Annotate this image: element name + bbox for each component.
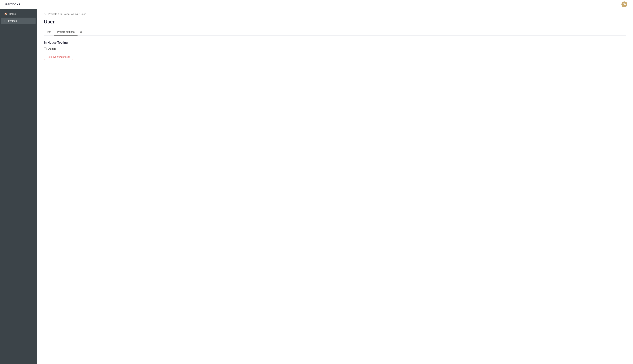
sidebar: 🏠 Home ◫ Projects	[0, 9, 37, 364]
gear-icon[interactable]: ⚙	[78, 28, 84, 35]
home-icon: 🏠	[4, 12, 7, 16]
page-title: User	[44, 19, 626, 25]
top-header: userdocks JD ▾	[0, 0, 633, 9]
user-avatar[interactable]: JD	[621, 2, 627, 7]
breadcrumb-sep-2: /	[58, 13, 59, 16]
breadcrumb-projects[interactable]: Projects	[48, 13, 57, 16]
breadcrumb-home-icon[interactable]: ⌂	[44, 12, 46, 16]
section-title: In-House Tooling	[44, 41, 626, 44]
breadcrumb-sep-1: /	[47, 13, 47, 16]
admin-label: Admin	[48, 47, 56, 50]
tab-project-settings[interactable]: Project settings	[54, 28, 78, 36]
app-title: userdocks	[4, 2, 20, 6]
main-layout: 🏠 Home ◫ Projects ⌂ / Projects / In-Hous…	[0, 9, 633, 364]
content-area: ⌂ / Projects / In-House Tooling / User U…	[37, 9, 633, 364]
tabs: Info Project settings ⚙	[44, 28, 626, 36]
header-right: JD ▾	[621, 2, 629, 7]
tab-info[interactable]: Info	[44, 28, 54, 36]
project-settings-section: In-House Tooling Admin Remove from proje…	[44, 41, 626, 60]
sidebar-item-projects[interactable]: ◫ Projects	[1, 18, 36, 24]
projects-icon: ◫	[4, 20, 7, 22]
sidebar-item-projects-label: Projects	[8, 20, 18, 22]
chevron-down-icon[interactable]: ▾	[628, 3, 629, 5]
admin-checkbox[interactable]	[44, 48, 47, 50]
breadcrumb-current: User	[81, 13, 86, 16]
breadcrumb: ⌂ / Projects / In-House Tooling / User	[44, 12, 626, 16]
sidebar-item-home-label: Home	[9, 12, 16, 16]
admin-checkbox-row: Admin	[44, 47, 626, 50]
breadcrumb-in-house-tooling[interactable]: In-House Tooling	[60, 13, 78, 16]
breadcrumb-sep-3: /	[79, 13, 80, 16]
remove-from-project-button[interactable]: Remove from project	[44, 54, 73, 60]
sidebar-item-home[interactable]: 🏠 Home	[1, 10, 36, 17]
